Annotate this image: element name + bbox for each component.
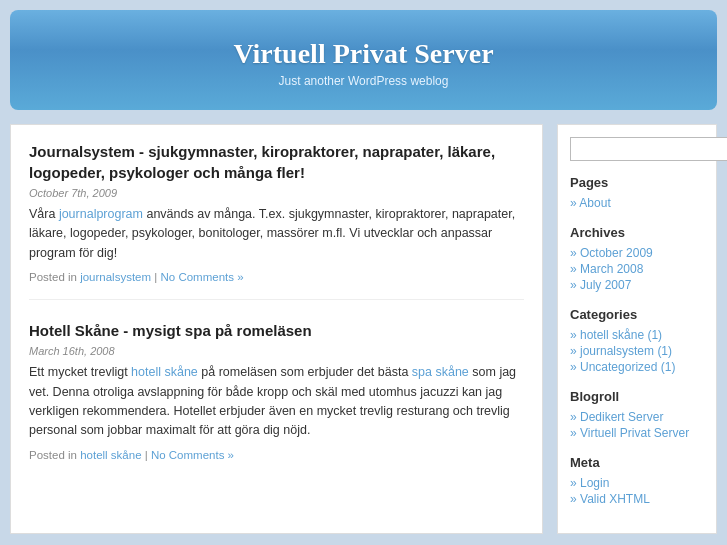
site-title: Virtuell Privat Server (30, 38, 697, 70)
pages-list: About (570, 195, 704, 211)
post-1-date: October 7th, 2009 (29, 187, 524, 199)
meta-title: Meta (570, 455, 704, 470)
meta-link-xhtml[interactable]: Valid XHTML (580, 492, 650, 506)
blogroll-title: Blogroll (570, 389, 704, 404)
blogroll-link-vps[interactable]: Virtuell Privat Server (580, 426, 689, 440)
post-1-footer: Posted in journalsystem | No Comments » (29, 271, 524, 283)
blogroll-link-dedikert[interactable]: Dedikert Server (580, 410, 663, 424)
site-subtitle: Just another WordPress weblog (30, 74, 697, 88)
post-2-category-link[interactable]: hotell skåne (80, 449, 141, 461)
meta-item-xhtml: Valid XHTML (570, 491, 704, 507)
post-2-title: Hotell Skåne - mysigt spa på romeläsen (29, 320, 524, 341)
post-2-link-spa[interactable]: spa skåne (412, 365, 469, 379)
archives-list: October 2009 March 2008 July 2007 (570, 245, 704, 293)
archives-section: Archives October 2009 March 2008 July 20… (570, 225, 704, 293)
meta-item-login: Login (570, 475, 704, 491)
categories-title: Categories (570, 307, 704, 322)
meta-list: Login Valid XHTML (570, 475, 704, 507)
category-item-hotell: hotell skåne (1) (570, 327, 704, 343)
post-1-link-journalprogram[interactable]: journalprogram (59, 207, 143, 221)
search-widget: Search (570, 137, 704, 161)
search-input[interactable] (570, 137, 727, 161)
post-2-footer: Posted in hotell skåne | No Comments » (29, 449, 524, 461)
meta-link-login[interactable]: Login (580, 476, 609, 490)
post-2-content: Ett mycket trevligt hotell skåne på rome… (29, 363, 524, 441)
archive-item-mar2008: March 2008 (570, 261, 704, 277)
archive-item-oct2009: October 2009 (570, 245, 704, 261)
post-2-nocomments-link[interactable]: No Comments » (151, 449, 234, 461)
category-item-uncategorized: Uncategorized (1) (570, 359, 704, 375)
categories-section: Categories hotell skåne (1) journalsyste… (570, 307, 704, 375)
post-1-nocomments-link[interactable]: No Comments » (161, 271, 244, 283)
post-1-content: Våra journalprogram används av många. T.… (29, 205, 524, 263)
sidebar: Search Pages About Archives October 2009… (557, 124, 717, 534)
category-link-journalsystem[interactable]: journalsystem (1) (580, 344, 672, 358)
post-1-category-link[interactable]: journalsystem (80, 271, 151, 283)
post-1-title: Journalsystem - sjukgymnaster, kiroprakt… (29, 141, 524, 183)
pages-link-about[interactable]: About (579, 196, 610, 210)
archives-title: Archives (570, 225, 704, 240)
archive-link-mar2008[interactable]: March 2008 (580, 262, 643, 276)
site-header: Virtuell Privat Server Just another Word… (10, 10, 717, 110)
meta-section: Meta Login Valid XHTML (570, 455, 704, 507)
blogroll-list: Dedikert Server Virtuell Privat Server (570, 409, 704, 441)
main-content: Journalsystem - sjukgymnaster, kiroprakt… (10, 124, 543, 534)
post-1: Journalsystem - sjukgymnaster, kiroprakt… (29, 141, 524, 300)
category-link-uncategorized[interactable]: Uncategorized (1) (580, 360, 675, 374)
post-2-link-hotell[interactable]: hotell skåne (131, 365, 198, 379)
categories-list: hotell skåne (1) journalsystem (1) Uncat… (570, 327, 704, 375)
blogroll-item-dedikert: Dedikert Server (570, 409, 704, 425)
category-item-journalsystem: journalsystem (1) (570, 343, 704, 359)
archive-item-jul2007: July 2007 (570, 277, 704, 293)
post-2: Hotell Skåne - mysigt spa på romeläsen M… (29, 320, 524, 477)
blogroll-section: Blogroll Dedikert Server Virtuell Privat… (570, 389, 704, 441)
pages-item-about: About (570, 195, 704, 211)
post-2-date: March 16th, 2008 (29, 345, 524, 357)
blogroll-item-vps: Virtuell Privat Server (570, 425, 704, 441)
category-link-hotell[interactable]: hotell skåne (1) (580, 328, 662, 342)
pages-section: Pages About (570, 175, 704, 211)
pages-title: Pages (570, 175, 704, 190)
archive-link-jul2007[interactable]: July 2007 (580, 278, 631, 292)
archive-link-oct2009[interactable]: October 2009 (580, 246, 653, 260)
